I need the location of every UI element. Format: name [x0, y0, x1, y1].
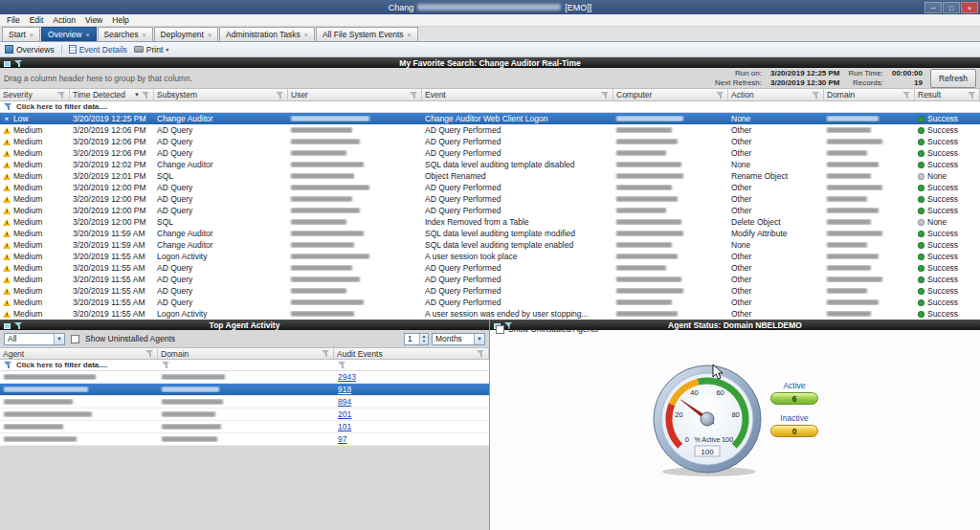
show-uninstalled-checkbox[interactable] [496, 325, 504, 334]
inactive-count-pill[interactable]: 0 [770, 425, 818, 437]
print-button[interactable]: Print ▾ [134, 45, 169, 55]
event-row[interactable]: Medium3/20/2019 12:06 PMAD QueryAD Query… [0, 136, 980, 147]
column-filter-icon[interactable] [902, 91, 911, 99]
action-cell: None [728, 240, 824, 250]
agent-row[interactable]: 894 [0, 396, 489, 409]
menu-help[interactable]: Help [107, 15, 133, 25]
agent-row[interactable]: 201 [0, 409, 489, 421]
agent-scope-select[interactable]: All ▼ [4, 333, 65, 345]
column-header-subsystem[interactable]: Subsystem [154, 89, 288, 100]
agent-cell [0, 386, 158, 392]
event-row[interactable]: Medium3/20/2019 12:00 PMAD QueryAD Query… [0, 182, 980, 193]
tab-close-icon[interactable]: × [30, 32, 33, 38]
tab-start[interactable]: Start× [2, 27, 40, 41]
tab-close-icon[interactable]: × [208, 32, 212, 38]
column-filter-icon[interactable] [410, 91, 418, 99]
menu-edit[interactable]: Edit [25, 15, 49, 25]
event-row[interactable]: Medium3/20/2019 11:55 AMLogon ActivityA … [0, 308, 980, 320]
filter-funnel-icon[interactable] [4, 102, 12, 111]
audit-events-link[interactable]: 894 [338, 397, 351, 407]
audit-events-link[interactable]: 101 [338, 422, 351, 431]
event-row[interactable]: Medium3/20/2019 11:55 AMLogon ActivityA … [0, 251, 980, 262]
column-filter-icon[interactable] [145, 349, 154, 358]
column-header-severity[interactable]: Severity [0, 89, 70, 100]
stepper-down-icon[interactable]: ▼ [420, 339, 428, 344]
column-header-user[interactable]: User [288, 89, 422, 100]
period-unit-select[interactable]: Months ▼ [432, 333, 485, 345]
filter-funnel-icon[interactable] [162, 361, 170, 369]
filter-icon[interactable] [14, 59, 23, 68]
column-filter-icon[interactable] [322, 349, 330, 358]
tab-close-icon[interactable]: × [85, 32, 89, 38]
agent-row[interactable]: 918 [0, 384, 489, 396]
event-row[interactable]: Medium3/20/2019 11:55 AMAD QueryAD Query… [0, 285, 980, 297]
column-filter-icon[interactable] [812, 91, 820, 99]
event-row[interactable]: Medium3/20/2019 12:00 PMAD QueryAD Query… [0, 205, 980, 216]
column-filter-icon[interactable] [601, 91, 610, 99]
audit-events-link[interactable]: 201 [338, 409, 351, 419]
event-row[interactable]: Low3/20/2019 12:25 PMChange AuditorChang… [0, 113, 980, 124]
audit-events-link[interactable]: 97 [338, 434, 346, 444]
column-header-computer[interactable]: Computer [613, 89, 728, 100]
filter-funnel-icon[interactable] [338, 361, 346, 369]
agent-column-header-agent[interactable]: Agent [0, 348, 158, 359]
event-row[interactable]: Medium3/20/2019 11:55 AMAD QueryAD Query… [0, 262, 980, 274]
audit-events-link[interactable]: 2943 [338, 372, 356, 382]
show-uninstalled-checkbox[interactable] [71, 335, 79, 343]
event-row[interactable]: Medium3/20/2019 11:55 AMAD QueryAD Query… [0, 274, 980, 285]
agent-row[interactable]: 97 [0, 433, 489, 446]
event-row[interactable]: Medium3/20/2019 12:02 PMChange AuditorSQ… [0, 159, 980, 170]
tab-searches[interactable]: Searches× [98, 27, 153, 41]
agent-row[interactable]: 2943 [0, 371, 489, 384]
event-row[interactable]: Medium3/20/2019 11:59 AMChange AuditorSQ… [0, 228, 980, 239]
column-filter-icon[interactable] [276, 91, 284, 99]
overviews-button[interactable]: Overviews [5, 45, 55, 55]
event-row[interactable]: Medium3/20/2019 12:00 PMAD QueryAD Query… [0, 193, 980, 205]
agent-grid-filter-row[interactable]: Click here to filter data.... [0, 360, 489, 371]
event-row[interactable]: Medium3/20/2019 12:00 PMSQLIndex Removed… [0, 216, 980, 228]
close-icon[interactable]: × [961, 2, 978, 13]
column-header-time-detected[interactable]: Time Detected▼ [70, 89, 154, 100]
filter-icon[interactable] [14, 321, 23, 330]
pin-icon[interactable] [4, 61, 11, 67]
event-row[interactable]: Medium3/20/2019 12:01 PMSQLObject Rename… [0, 170, 980, 182]
tab-deployment[interactable]: Deployment× [154, 27, 218, 41]
agent-column-header-audit-events[interactable]: Audit Events [334, 348, 489, 359]
agent-row[interactable]: 101 [0, 421, 489, 433]
column-header-action[interactable]: Action [728, 89, 824, 100]
filter-funnel-icon[interactable] [4, 361, 12, 369]
event-row[interactable]: Medium3/20/2019 12:06 PMAD QueryAD Query… [0, 124, 980, 136]
tab-all-file-system-events[interactable]: All File System Events× [316, 27, 418, 41]
column-filter-icon[interactable] [968, 91, 976, 99]
tab-administration-tasks[interactable]: Administration Tasks× [219, 27, 315, 41]
period-value-stepper[interactable]: 1 ▲▼ [404, 333, 429, 345]
column-header-domain[interactable]: Domain [824, 89, 915, 100]
agent-column-header-domain[interactable]: Domain [158, 348, 334, 359]
stepper-arrows[interactable]: ▲▼ [419, 334, 428, 344]
tab-overview[interactable]: Overview× [41, 27, 97, 41]
menu-action[interactable]: Action [48, 15, 80, 25]
column-header-result[interactable]: Result [915, 89, 980, 100]
tab-close-icon[interactable]: × [408, 32, 412, 38]
column-filter-icon[interactable] [477, 349, 485, 358]
event-grid-filter-row[interactable]: Click here to filter data.... [0, 101, 980, 113]
menu-file[interactable]: File [2, 15, 25, 25]
maximize-icon[interactable]: □ [943, 2, 960, 13]
minimize-icon[interactable]: ─ [924, 2, 942, 13]
event-row[interactable]: Medium3/20/2019 12:06 PMAD QueryAD Query… [0, 147, 980, 159]
refresh-button[interactable]: Refresh [930, 69, 976, 88]
tab-close-icon[interactable]: × [143, 32, 146, 38]
column-filter-icon[interactable] [57, 91, 66, 99]
event-row[interactable]: Medium3/20/2019 11:59 AMChange AuditorSQ… [0, 239, 980, 251]
redacted-user [291, 196, 352, 202]
column-filter-icon[interactable] [716, 91, 724, 99]
audit-events-link[interactable]: 918 [338, 385, 351, 394]
active-count-pill[interactable]: 6 [770, 392, 818, 405]
event-details-button[interactable]: Event Details [69, 45, 127, 55]
column-filter-icon[interactable] [142, 91, 150, 99]
menu-view[interactable]: View [80, 15, 107, 25]
tab-close-icon[interactable]: × [304, 32, 308, 38]
pin-icon[interactable] [4, 323, 11, 329]
column-header-event[interactable]: Event [422, 89, 613, 100]
event-row[interactable]: Medium3/20/2019 11:55 AMAD QueryAD Query… [0, 297, 980, 308]
